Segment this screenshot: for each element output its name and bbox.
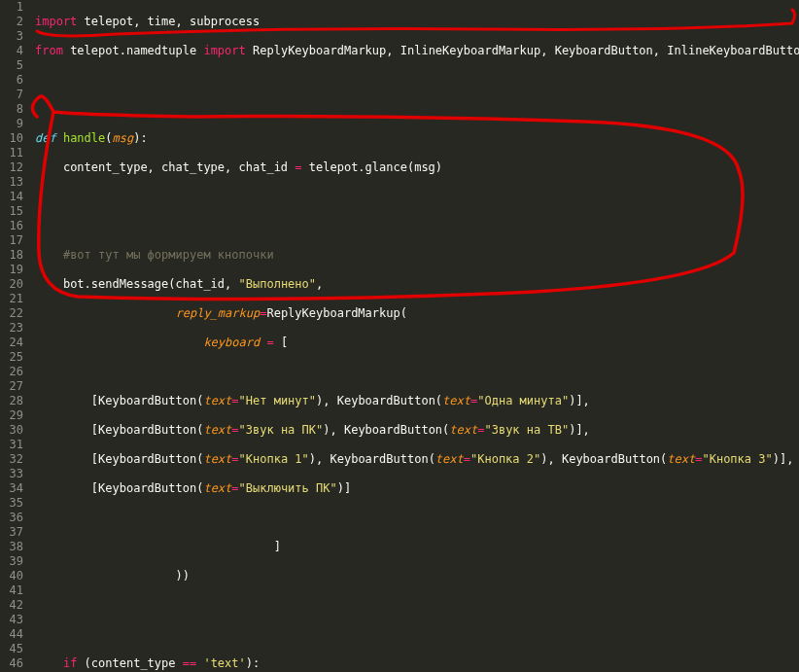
code-line: keyboard = [ — [35, 336, 799, 350]
code-line: ] — [35, 540, 799, 554]
code-line: bot.sendMessage(chat_id, "Выполнено", — [35, 277, 799, 292]
code-line: import telepot, time, subprocess — [35, 15, 799, 29]
code-line: content_type, chat_type, chat_id = telep… — [35, 160, 799, 175]
line-number-gutter: 1234567891011121314151617181920212223242… — [0, 0, 31, 672]
code-content[interactable]: import telepot, time, subprocess from te… — [31, 0, 799, 672]
code-line: [KeyboardButton(text="Звук на ПК"), Keyb… — [35, 423, 799, 438]
code-line: #вот тут мы формируем кнопочки — [35, 248, 799, 263]
code-line: [KeyboardButton(text="Нет минут"), Keybo… — [35, 394, 799, 408]
code-line: [KeyboardButton(text="Кнопка 1"), Keyboa… — [35, 452, 799, 467]
code-line: from telepot.namedtuple import ReplyKeyb… — [35, 44, 799, 58]
code-line: if (content_type == 'text'): — [35, 656, 799, 671]
code-line: )) — [35, 569, 799, 584]
code-line: def handle(msg): — [35, 131, 799, 146]
code-line: [KeyboardButton(text="Выключить ПК")] — [35, 481, 799, 496]
code-editor[interactable]: 1234567891011121314151617181920212223242… — [0, 0, 799, 672]
code-line: reply_markup=ReplyKeyboardMarkup( — [35, 306, 799, 321]
